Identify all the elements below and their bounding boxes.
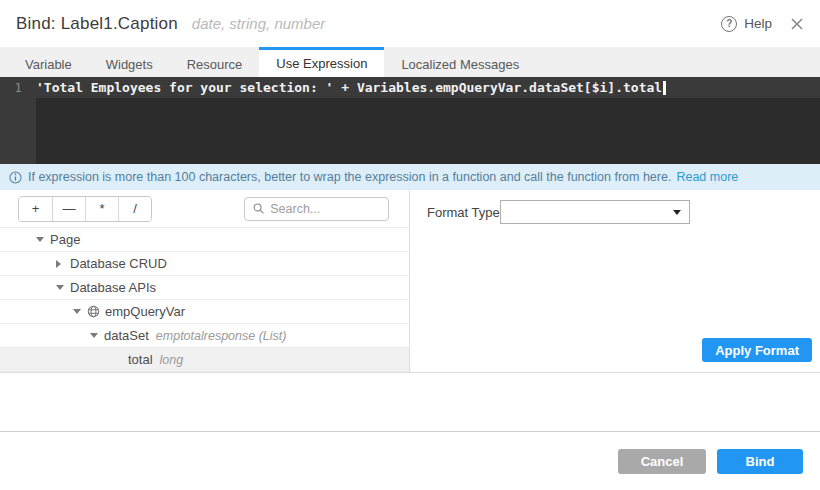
tree-node-type: emptotalresponse (List) (156, 329, 287, 343)
caret-down-icon[interactable] (73, 309, 87, 314)
tree-node-label: Database CRUD (70, 256, 167, 271)
text-cursor (663, 81, 666, 95)
editor-active-line[interactable]: 1 'Total Employees for your selection: '… (0, 77, 820, 98)
dialog-header: Bind: Label1.Caption date, string, numbe… (0, 0, 820, 47)
dialog-footer: Cancel Bind (0, 431, 820, 490)
cancel-button[interactable]: Cancel (618, 449, 706, 474)
main-area: + — * / Page Database CRUD (0, 190, 820, 373)
read-more-link[interactable]: Read more (676, 170, 738, 184)
chevron-down-icon (673, 210, 681, 215)
variable-tree-panel: + — * / Page Database CRUD (0, 190, 410, 372)
tab-use-expression[interactable]: Use Expression (259, 47, 384, 77)
tab-bar: Variable Widgets Resource Use Expression… (0, 47, 820, 77)
apply-format-button[interactable]: Apply Format (702, 338, 812, 362)
spacer (0, 373, 820, 431)
expression-editor[interactable]: 1 'Total Employees for your selection: '… (0, 77, 820, 164)
info-icon (9, 171, 22, 184)
expression-toolbar: + — * / (0, 190, 409, 228)
tree-search-box[interactable] (244, 197, 389, 221)
tree-node-database-crud[interactable]: Database CRUD (0, 252, 409, 276)
bind-button[interactable]: Bind (717, 449, 803, 474)
caret-down-icon[interactable] (36, 237, 50, 242)
tree-node-page[interactable]: Page (0, 228, 409, 252)
format-type-row: Format Type (427, 200, 820, 224)
editor-gutter (0, 98, 36, 164)
search-input[interactable] (270, 202, 380, 216)
search-icon (253, 202, 264, 215)
caret-down-icon[interactable] (90, 333, 104, 338)
caret-down-icon[interactable] (56, 285, 70, 290)
multiply-operator-button[interactable]: * (85, 197, 118, 221)
editor-body (0, 98, 820, 164)
tree-node-total[interactable]: total long (0, 348, 409, 372)
tree-node-label: total (128, 352, 153, 367)
format-panel: Format Type Apply Format (410, 190, 820, 372)
format-type-label: Format Type (427, 205, 500, 220)
tab-variable[interactable]: Variable (8, 47, 89, 77)
tab-localized-messages[interactable]: Localized Messages (384, 47, 536, 77)
info-message: If expression is more than 100 character… (28, 170, 671, 184)
expression-code[interactable]: 'Total Employees for your selection: ' +… (36, 80, 662, 95)
accepted-types-hint: date, string, number (192, 15, 325, 32)
tree-node-empqueryvar[interactable]: empQueryVar (0, 300, 409, 324)
help-link[interactable]: Help (744, 16, 772, 31)
tree-node-type: long (160, 353, 184, 367)
tree-node-label: Page (50, 232, 80, 247)
close-icon[interactable] (790, 17, 804, 31)
tree-node-label: Database APIs (70, 280, 156, 295)
format-type-select[interactable] (500, 200, 690, 224)
header-actions: ? Help (721, 16, 804, 32)
editor-empty-area[interactable] (36, 98, 820, 164)
plus-operator-button[interactable]: + (19, 197, 52, 221)
caret-right-icon[interactable] (56, 260, 70, 268)
operator-button-group: + — * / (18, 196, 152, 222)
line-number: 1 (0, 81, 36, 95)
tab-widgets[interactable]: Widgets (89, 47, 170, 77)
tree-node-label: dataSet (104, 328, 149, 343)
variable-tree: Page Database CRUD Database APIs empQuer… (0, 228, 409, 372)
service-variable-icon (87, 305, 100, 318)
divide-operator-button[interactable]: / (118, 197, 151, 221)
bind-dialog: Bind: Label1.Caption date, string, numbe… (0, 0, 820, 490)
minus-operator-button[interactable]: — (52, 197, 85, 221)
tree-node-dataset[interactable]: dataSet emptotalresponse (List) (0, 324, 409, 348)
expression-info-bar: If expression is more than 100 character… (0, 164, 820, 190)
tree-node-label: empQueryVar (105, 304, 185, 319)
tree-node-database-apis[interactable]: Database APIs (0, 276, 409, 300)
page-title: Bind: Label1.Caption (16, 14, 178, 34)
help-icon[interactable]: ? (721, 16, 737, 32)
tab-resource[interactable]: Resource (170, 47, 260, 77)
